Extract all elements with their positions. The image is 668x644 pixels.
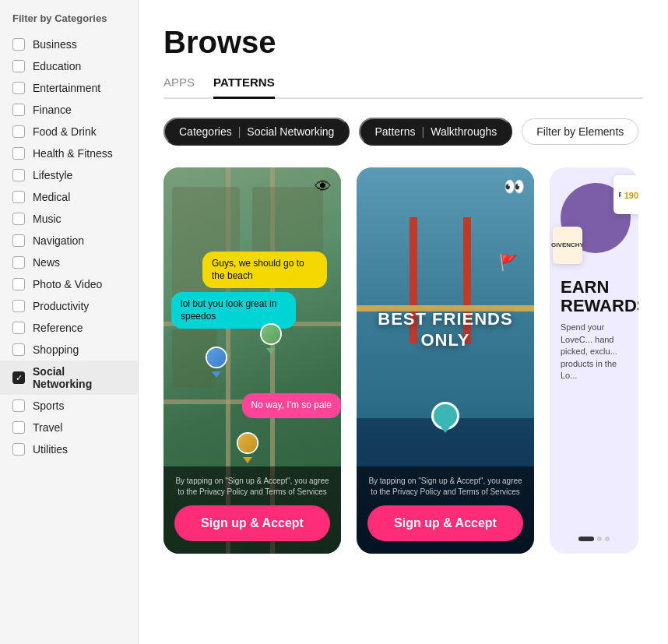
- checkbox-medical[interactable]: [12, 191, 25, 203]
- tabs-row: APPS PATTERNS: [163, 76, 643, 99]
- checkbox-health-fitness[interactable]: [12, 147, 25, 160]
- sidebar-label-productivity: Productivity: [33, 300, 89, 312]
- sidebar-item-business[interactable]: Business: [0, 33, 138, 55]
- sidebar-label-education: Education: [33, 60, 81, 72]
- patterns-filter-pill[interactable]: Patterns | Walkthroughs: [359, 118, 512, 146]
- best-friends-headline: BEST FRIENDS ONLY: [365, 309, 525, 350]
- checkbox-utilities[interactable]: [12, 443, 25, 456]
- checkbox-navigation[interactable]: [12, 234, 25, 247]
- checkbox-shopping[interactable]: [12, 343, 25, 356]
- avatar-img-2: [262, 325, 280, 343]
- checkbox-social-networking[interactable]: [12, 371, 25, 384]
- checkbox-education[interactable]: [12, 60, 25, 72]
- sidebar-label-food-drink: Food & Drink: [33, 125, 97, 138]
- sidebar-label-reference: Reference: [33, 322, 83, 334]
- chat-bubble-1: Guys, we should go to the beach: [202, 252, 327, 288]
- sidebar-item-news[interactable]: News: [0, 252, 138, 273]
- sidebar-item-social-networking[interactable]: Social Networking: [0, 361, 138, 395]
- dot-active: [578, 537, 594, 541]
- pill2-separator: |: [422, 125, 425, 138]
- sidebar-item-finance[interactable]: Finance: [0, 99, 138, 121]
- pin-tail-1: [212, 371, 221, 378]
- bridge-background: [357, 167, 534, 418]
- sidebar-item-travel[interactable]: Travel: [0, 417, 138, 438]
- sidebar-item-navigation[interactable]: Navigation: [0, 230, 138, 252]
- sidebar-item-music[interactable]: Music: [0, 208, 138, 230]
- givenchy-bag-icon: GIVENCHY: [553, 227, 582, 264]
- checkbox-lifestyle[interactable]: [12, 169, 25, 181]
- avatar-pin-2: [257, 323, 285, 351]
- sidebar-label-photo-video: Photo & Video: [33, 278, 102, 290]
- tab-patterns[interactable]: PATTERNS: [213, 76, 275, 99]
- card-social-map: 👁 🚩 Guys, we should go to the beach lol …: [163, 167, 341, 554]
- avatar-circle-1: [206, 347, 227, 368]
- emoji-googly-icon: 👀: [504, 177, 525, 197]
- checkbox-music[interactable]: [12, 213, 25, 225]
- sidebar-item-entertainment[interactable]: Entertainment: [0, 77, 138, 99]
- pill1-separator: |: [238, 125, 241, 138]
- sidebar-label-music: Music: [33, 213, 62, 225]
- scroll-indicator: [578, 537, 610, 541]
- avatar-pin-1: [202, 347, 230, 375]
- sidebar-item-education[interactable]: Education: [0, 55, 138, 77]
- sidebar-item-photo-video[interactable]: Photo & Video: [0, 273, 138, 295]
- sidebar-item-sports[interactable]: Sports: [0, 395, 138, 417]
- filter-by-elements-pill[interactable]: Filter by Elements: [522, 118, 638, 145]
- dot-2: [605, 537, 610, 541]
- signup-button-1[interactable]: Sign up & Accept: [174, 505, 330, 541]
- filter-row: Categories | Social Networking Patterns …: [163, 118, 643, 146]
- card-bottom-2: By tapping on "Sign up & Accept", you ag…: [357, 466, 534, 554]
- checkbox-entertainment[interactable]: [12, 82, 25, 94]
- sidebar-label-lifestyle: Lifestyle: [33, 169, 72, 181]
- bridge-avatar-circle: [431, 402, 459, 430]
- sidebar-title: Filter by Categories: [0, 12, 138, 33]
- sidebar-item-health-fitness[interactable]: Health & Fitness: [0, 143, 138, 164]
- dot-1: [597, 537, 602, 541]
- chat-bubble-3: No way, I'm so pale: [242, 393, 341, 418]
- sidebar-item-productivity[interactable]: Productivity: [0, 295, 138, 317]
- card-best-friends: 👀 🚩 BEST FRIENDS ONLY By tapping on "Sig…: [357, 167, 534, 554]
- sidebar: Filter by Categories BusinessEducationEn…: [0, 0, 139, 644]
- ad-earn-headline: EARN REWARDS: [561, 278, 628, 315]
- tab-apps[interactable]: APPS: [163, 76, 195, 99]
- sidebar-item-lifestyle[interactable]: Lifestyle: [0, 164, 138, 186]
- tos-text-1: By tapping on "Sign up & Accept", you ag…: [174, 476, 330, 498]
- checkbox-food-drink[interactable]: [12, 125, 25, 138]
- bridge-pin-tail: [441, 427, 450, 433]
- cards-row: 👁 🚩 Guys, we should go to the beach lol …: [163, 167, 643, 569]
- checkbox-photo-video[interactable]: [12, 278, 25, 290]
- signup-button-2[interactable]: Sign up & Accept: [367, 505, 523, 541]
- avatar-img-1: [207, 348, 226, 367]
- sidebar-item-reference[interactable]: Reference: [0, 317, 138, 339]
- categories-filter-pill[interactable]: Categories | Social Networking: [163, 118, 350, 146]
- tos-text-2: By tapping on "Sign up & Accept", you ag…: [367, 476, 523, 498]
- checkbox-news[interactable]: [12, 256, 25, 269]
- sidebar-label-travel: Travel: [33, 421, 62, 434]
- checkbox-finance[interactable]: [12, 104, 25, 116]
- sidebar-label-social-networking: Social Networking: [33, 365, 125, 390]
- emoji-flag2-icon: 🚩: [499, 253, 519, 272]
- sidebar-label-entertainment: Entertainment: [33, 82, 100, 94]
- points-badge: 190: [621, 189, 638, 202]
- sidebar-item-utilities[interactable]: Utilities: [0, 438, 138, 460]
- sidebar-item-food-drink[interactable]: Food & Drink: [0, 121, 138, 143]
- checkbox-reference[interactable]: [12, 322, 25, 334]
- checkbox-business[interactable]: [12, 38, 25, 51]
- ad-circle-decoration: FENDI 190 GIVENCHY: [561, 183, 631, 253]
- sidebar-label-sports: Sports: [33, 399, 64, 412]
- sidebar-label-business: Business: [33, 38, 77, 51]
- sidebar-label-health-fitness: Health & Fitness: [33, 147, 113, 160]
- checkbox-sports[interactable]: [12, 399, 25, 412]
- checkbox-travel[interactable]: [12, 421, 25, 434]
- bridge-avatar-pin: [431, 402, 459, 430]
- card-bottom-1: By tapping on "Sign up & Accept", you ag…: [163, 466, 341, 554]
- page-title: Browse: [163, 25, 643, 60]
- card-advertisement[interactable]: FENDI 190 GIVENCHY EARN REWARDS Spend yo…: [550, 167, 638, 554]
- pin-tail-3: [243, 457, 252, 463]
- ad-description: Spend your LoveC... hand picked, exclu..…: [561, 322, 628, 382]
- sidebar-label-finance: Finance: [33, 104, 72, 116]
- sidebar-label-utilities: Utilities: [33, 443, 68, 456]
- sidebar-item-medical[interactable]: Medical: [0, 186, 138, 208]
- checkbox-productivity[interactable]: [12, 300, 25, 312]
- sidebar-item-shopping[interactable]: Shopping: [0, 339, 138, 361]
